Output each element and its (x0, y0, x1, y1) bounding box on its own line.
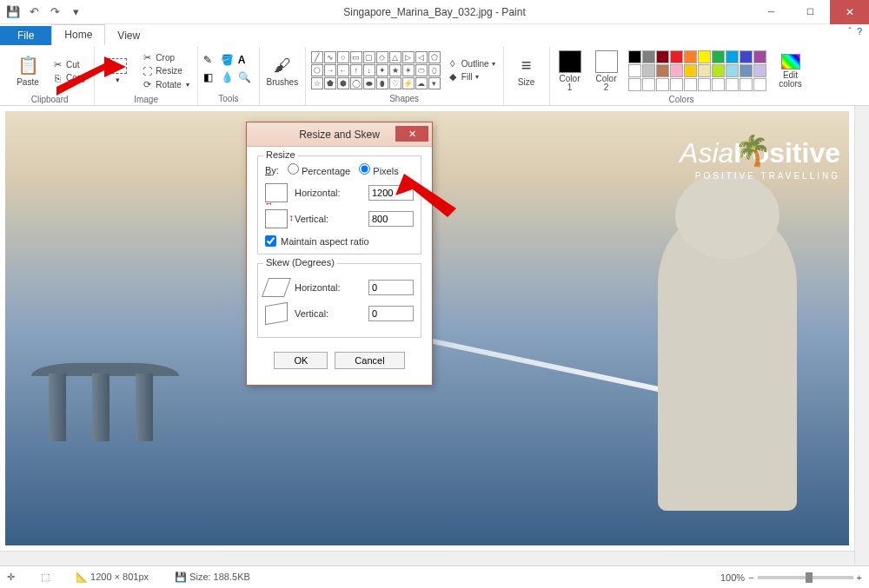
pencil-tool[interactable]: ✎ (203, 54, 219, 69)
cancel-button[interactable]: Cancel (335, 352, 404, 369)
fill-tool[interactable]: 🪣 (221, 54, 236, 69)
file-tab[interactable]: File (0, 26, 51, 45)
rotate-icon: ⟳ (141, 79, 153, 90)
maximize-button[interactable]: ☐ (791, 0, 830, 24)
color-swatch[interactable] (726, 78, 739, 91)
zoom-slider[interactable] (758, 576, 853, 579)
color-swatch[interactable] (642, 78, 655, 91)
color-swatch[interactable] (753, 64, 766, 77)
color-swatch[interactable] (642, 64, 655, 77)
ribbon: 📋 Paste ✂Cut ⎘Copy Clipboard ▾ ✂Crop ⛶Re… (0, 45, 869, 106)
crop-icon: ✂ (141, 52, 153, 63)
color-swatch[interactable] (670, 64, 683, 77)
resize-skew-dialog: Resize and Skew ✕ Resize By: Percentage … (246, 122, 433, 386)
outline-dropdown[interactable]: ◊Outline▾ (444, 57, 498, 69)
annotation-arrow-pixels (395, 174, 456, 221)
color-swatch[interactable] (753, 50, 766, 63)
color-swatch[interactable] (628, 50, 641, 63)
skew-horizontal-input[interactable] (368, 280, 414, 295)
color-swatch[interactable] (726, 64, 739, 77)
size-button[interactable]: ≡ Size (509, 47, 544, 95)
annotation-arrow-resize (56, 56, 126, 109)
color-swatch[interactable] (670, 50, 683, 63)
color-swatch[interactable] (698, 64, 711, 77)
zoom-control: 100% − + (720, 572, 862, 583)
fill-dropdown[interactable]: ◆Fill▾ (444, 70, 498, 83)
minimize-ribbon-icon[interactable]: ˆ (848, 26, 852, 36)
rotate-button[interactable]: ⟳Rotate▾ (138, 78, 191, 91)
undo-icon[interactable]: ↶ (24, 3, 43, 22)
close-button[interactable]: ✕ (830, 0, 869, 24)
color-swatch[interactable] (712, 64, 725, 77)
zoom-out-button[interactable]: − (748, 572, 753, 583)
skew-vertical-input[interactable] (368, 306, 414, 321)
color-swatch[interactable] (712, 78, 725, 91)
color-swatch[interactable] (726, 50, 739, 63)
dialog-close-button[interactable]: ✕ (395, 126, 428, 142)
color-swatch[interactable] (670, 78, 683, 91)
svg-marker-0 (56, 56, 126, 96)
color-swatch[interactable] (628, 78, 641, 91)
picker-tool[interactable]: 💧 (221, 71, 236, 87)
color-swatch[interactable] (628, 64, 641, 77)
color-swatch[interactable] (684, 50, 697, 63)
shapes-group: ╱∿○▭▢◇△▷◁⬠ ⬡→←↑↓✦★✶⬭⬯ ☆⬟⬢◯⬬⬮♡⚡☁▾ ◊Outlin… (306, 47, 504, 105)
brushes-button[interactable]: 🖌 Brushes (265, 47, 300, 95)
window-controls: ─ ☐ ✕ (752, 0, 869, 24)
color2-well (595, 50, 618, 73)
text-tool[interactable]: A (238, 54, 254, 69)
outline-icon: ◊ (447, 58, 459, 69)
ok-button[interactable]: OK (274, 352, 328, 369)
paste-button[interactable]: 📋 Paste (10, 47, 45, 95)
skew-fieldset: Skew (Degrees) Horizontal: Vertical: (257, 263, 421, 338)
view-tab[interactable]: View (105, 26, 152, 45)
size-group: ≡ Size (504, 47, 550, 105)
color-palette[interactable] (628, 50, 766, 91)
crop-button[interactable]: ✂Crop (138, 51, 191, 64)
colors-label: Colors (669, 95, 694, 106)
color-swatch[interactable] (642, 50, 655, 63)
percentage-radio[interactable]: Percentage (288, 163, 350, 176)
palm-icon: 🌴 (734, 133, 771, 168)
zoom-value: 100% (720, 572, 745, 583)
color-swatch[interactable] (684, 78, 697, 91)
tools-label: Tools (218, 94, 238, 105)
vertical-scrollbar[interactable] (854, 106, 869, 565)
color2-button[interactable]: Color 2 (592, 47, 621, 95)
skew-horizontal-label: Horizontal: (295, 282, 362, 293)
resize-button[interactable]: ⛶Resize (138, 65, 191, 77)
color-swatch[interactable] (740, 50, 753, 63)
color-swatch[interactable] (753, 78, 766, 91)
qat-dropdown-icon[interactable]: ▾ (66, 3, 85, 22)
redo-icon[interactable]: ↷ (45, 3, 64, 22)
maintain-aspect-checkbox[interactable]: Maintain aspect ratio (265, 235, 414, 247)
save-icon[interactable]: 💾 (3, 3, 23, 22)
horizontal-icon (265, 183, 288, 202)
dialog-title: Resize and Skew (299, 129, 380, 141)
window-title: Singapore_Marina_Bay_032.jpg - Paint (0, 6, 869, 18)
statusbar: ✛ ⬚ 📐 1200 × 801px 💾 Size: 188.5KB 100% … (0, 565, 869, 588)
dialog-titlebar[interactable]: Resize and Skew ✕ (247, 122, 432, 147)
color-swatch[interactable] (698, 78, 711, 91)
zoom-in-button[interactable]: + (857, 572, 862, 583)
magnifier-tool[interactable]: 🔍 (238, 71, 254, 87)
edit-colors-button[interactable]: Edit colors (773, 47, 808, 95)
pixels-radio[interactable]: Pixels (359, 163, 398, 176)
color-swatch[interactable] (712, 50, 725, 63)
color1-button[interactable]: Color 1 (555, 47, 585, 95)
skew-vertical-label: Vertical: (295, 308, 362, 319)
home-tab[interactable]: Home (51, 24, 105, 45)
color-swatch[interactable] (656, 50, 669, 63)
help-icon[interactable]: ? (857, 26, 862, 36)
cursor-position-icon: ✛ (7, 571, 15, 583)
color-swatch[interactable] (656, 64, 669, 77)
shapes-gallery[interactable]: ╱∿○▭▢◇△▷◁⬠ ⬡→←↑↓✦★✶⬭⬯ ☆⬟⬢◯⬬⬮♡⚡☁▾ (311, 51, 441, 89)
color-swatch[interactable] (740, 64, 753, 77)
minimize-button[interactable]: ─ (752, 0, 791, 24)
color-swatch[interactable] (698, 50, 711, 63)
eraser-tool[interactable]: ◧ (203, 71, 219, 87)
color-swatch[interactable] (656, 78, 669, 91)
color-swatch[interactable] (740, 78, 753, 91)
color-swatch[interactable] (684, 64, 697, 77)
horizontal-scrollbar[interactable] (0, 551, 854, 565)
